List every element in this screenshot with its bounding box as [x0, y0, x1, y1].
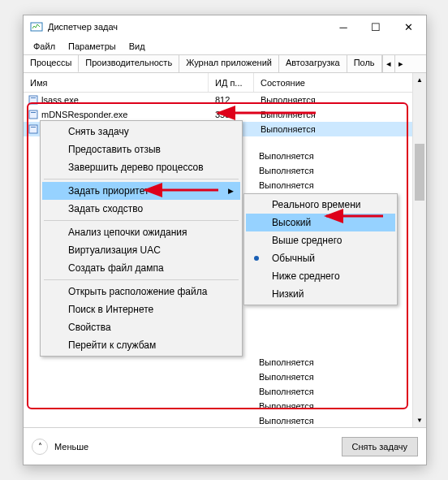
process-pid: 3552	[209, 110, 254, 119]
process-icon	[28, 124, 38, 134]
task-manager-window: Диспетчер задач ─ ☐ ✕ Файл Параметры Вид…	[23, 15, 427, 465]
context-menu: Снять задачу Предоставить отзыв Завершит…	[40, 120, 243, 357]
tab-scroll-left[interactable]: ◂	[382, 55, 394, 72]
close-button[interactable]: ✕	[392, 15, 424, 38]
process-name: lsass.exe	[41, 95, 79, 105]
menu-wait-chain[interactable]: Анализ цепочки ожидания	[42, 223, 240, 241]
priority-submenu: Реального времени Высокий Выше среднего …	[243, 193, 398, 305]
priority-high[interactable]: Высокий	[246, 214, 395, 231]
svg-rect-1	[29, 96, 37, 104]
process-status: Выполняется	[259, 151, 314, 161]
menubar: Файл Параметры Вид	[24, 38, 426, 54]
process-status: Выполняется	[259, 357, 314, 367]
process-status: Выполняется	[259, 372, 314, 382]
process-list: Имя ИД п... Состояние lsass.exe 812 Выпо…	[24, 73, 426, 427]
tab-processes[interactable]: Процессы	[24, 55, 79, 72]
header-status[interactable]: Состояние	[254, 73, 426, 92]
process-status: Выполняется	[254, 95, 426, 105]
end-task-button[interactable]: Снять задачу	[342, 437, 419, 456]
tab-performance[interactable]: Производительность	[79, 55, 179, 72]
svg-rect-6	[31, 127, 36, 128]
process-status: Выполняется	[259, 166, 314, 175]
svg-rect-2	[31, 97, 36, 98]
menu-search-online[interactable]: Поиск в Интернете	[42, 301, 240, 318]
svg-rect-4	[31, 112, 36, 113]
menu-end-task[interactable]: Снять задачу	[42, 123, 240, 141]
menu-options[interactable]: Параметры	[62, 40, 123, 53]
scroll-thumb[interactable]	[415, 144, 424, 201]
radio-icon	[254, 256, 259, 261]
menu-uac-virt[interactable]: Виртуализация UAC	[42, 241, 240, 259]
process-status: Выполняется	[254, 124, 426, 134]
menu-view[interactable]: Вид	[123, 40, 152, 53]
priority-above-normal[interactable]: Выше среднего	[246, 231, 395, 249]
vertical-scrollbar[interactable]: ▲ ▼	[412, 73, 426, 427]
minimize-button[interactable]: ─	[327, 15, 360, 38]
tab-startup[interactable]: Автозагрузка	[279, 55, 347, 72]
process-status: Выполняется	[259, 401, 314, 411]
header-pid[interactable]: ИД п...	[209, 73, 254, 92]
menu-properties[interactable]: Свойства	[42, 318, 240, 336]
process-icon	[28, 110, 38, 119]
svg-rect-3	[29, 110, 37, 119]
tabs: Процессы Производительность Журнал прило…	[24, 54, 426, 73]
menu-set-priority[interactable]: Задать приоритет ▶	[42, 182, 240, 200]
process-status: Выполняется	[259, 416, 314, 426]
process-name: mDNSResponder.exe	[41, 110, 127, 119]
process-icon	[28, 95, 38, 105]
scroll-up-button[interactable]: ▲	[413, 73, 426, 87]
menu-end-tree[interactable]: Завершить дерево процессов	[42, 158, 240, 176]
menu-open-location[interactable]: Открыть расположение файла	[42, 283, 240, 301]
process-status: Выполняется	[259, 387, 314, 396]
app-icon	[30, 20, 43, 33]
priority-below-normal[interactable]: Ниже среднего	[246, 267, 395, 285]
tab-scroll-right[interactable]: ▸	[394, 55, 407, 72]
menu-dump[interactable]: Создать файл дампа	[42, 259, 240, 277]
tab-users[interactable]: Поль	[347, 55, 382, 72]
priority-realtime[interactable]: Реального времени	[246, 196, 395, 214]
maximize-button[interactable]: ☐	[360, 15, 392, 38]
tab-app-history[interactable]: Журнал приложений	[179, 55, 279, 72]
less-label[interactable]: Меньше	[54, 442, 88, 452]
priority-normal[interactable]: Обычный	[246, 249, 395, 267]
titlebar: Диспетчер задач ─ ☐ ✕	[24, 15, 426, 38]
chevron-right-icon: ▶	[228, 187, 234, 195]
scroll-down-button[interactable]: ▼	[413, 413, 426, 427]
menu-file[interactable]: Файл	[27, 40, 62, 53]
priority-low[interactable]: Низкий	[246, 285, 395, 303]
svg-rect-5	[29, 125, 37, 133]
table-row[interactable]: lsass.exe 812 Выполняется	[24, 93, 426, 107]
window-title: Диспетчер задач	[48, 22, 118, 32]
process-status: Выполняется	[254, 110, 426, 119]
column-headers: Имя ИД п... Состояние	[24, 73, 426, 93]
expand-chevron-icon[interactable]: ˄	[32, 439, 48, 455]
bottom-bar: ˄ Меньше Снять задачу	[24, 427, 426, 465]
menu-set-affinity[interactable]: Задать сходство	[42, 200, 240, 218]
process-status: Выполняется	[259, 180, 314, 190]
process-pid: 812	[209, 95, 254, 105]
menu-feedback[interactable]: Предоставить отзыв	[42, 141, 240, 158]
header-name[interactable]: Имя	[24, 73, 209, 92]
menu-go-services[interactable]: Перейти к службам	[42, 336, 240, 354]
